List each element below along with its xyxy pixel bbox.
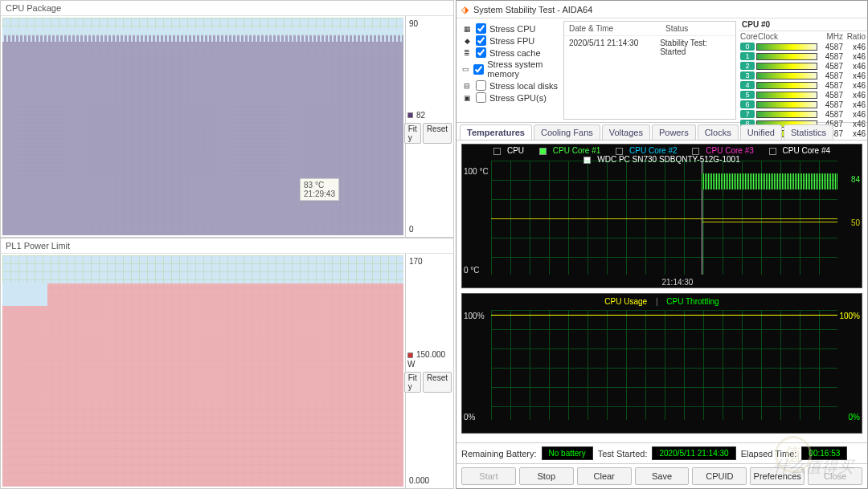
tab-voltages[interactable]: Voltages xyxy=(602,124,650,140)
stress-fpu[interactable]: ◆Stress FPU xyxy=(461,35,559,46)
tab-bar: TemperaturesCooling FansVoltagesPowersCl… xyxy=(457,123,867,141)
disk-icon: ⊟ xyxy=(461,82,473,90)
started-value: 2020/5/11 21:14:30 xyxy=(652,446,735,460)
stress-disks[interactable]: ⊟Stress local disks xyxy=(461,80,559,91)
cpu-core-row: 6 4587x46 xyxy=(739,100,867,109)
flame-icon: ⬗ xyxy=(461,4,469,15)
fpu-icon: ◆ xyxy=(461,37,473,45)
cpu-clock-table: CPU #0 CoreClockMHzRatio 0 4587x46 1 458… xyxy=(739,18,867,122)
cpu-core-row: 7 4587x46 xyxy=(739,109,867,119)
tab-cooling fans[interactable]: Cooling Fans xyxy=(534,124,600,140)
cpuid-button[interactable]: CPUID xyxy=(692,467,747,485)
event-log: Date & TimeStatus 2020/5/11 21:14:30Stab… xyxy=(563,21,736,120)
cpu-core-row: 2 4587x46 xyxy=(739,61,867,71)
cpu-icon: ▦ xyxy=(461,25,473,33)
window-title: System Stability Test - AIDA64 xyxy=(473,5,592,14)
stress-memory[interactable]: ▭Stress system memory xyxy=(461,59,559,79)
cpu-core-row: 0 4587x46 xyxy=(739,42,867,51)
y-max: 170 xyxy=(407,255,452,267)
pl1-graph xyxy=(2,255,403,487)
watermark-text: 什么值得买 xyxy=(773,456,854,478)
gpu-icon: ▣ xyxy=(461,94,473,102)
y-min: 0.000 xyxy=(407,475,452,487)
memory-icon: ▭ xyxy=(461,65,470,73)
tab-clocks[interactable]: Clocks xyxy=(698,124,739,140)
fit-y-button[interactable]: Fit y xyxy=(404,372,421,393)
cache-icon: ≣ xyxy=(461,49,473,57)
cpu-package-graph: 83 °C 21:29:43 xyxy=(2,18,403,235)
stop-button[interactable]: Stop xyxy=(519,467,574,485)
save-button[interactable]: Save xyxy=(635,467,690,485)
cpu-core-row: 5 4587x46 xyxy=(739,90,867,100)
y-max: 90 xyxy=(407,18,452,30)
temperature-chart: CPU CPU Core #1 CPU Core #2 CPU Core #3 … xyxy=(461,144,862,288)
stress-gpu[interactable]: ▣Stress GPU(s) xyxy=(461,92,559,103)
graph-tooltip: 83 °C 21:29:43 xyxy=(300,178,339,201)
stress-cpu[interactable]: ▦Stress CPU xyxy=(461,23,559,34)
clear-button[interactable]: Clear xyxy=(577,467,632,485)
tab-unified[interactable]: Unified xyxy=(740,124,782,140)
cpu-core-row: 3 4587x46 xyxy=(739,71,867,80)
tab-powers[interactable]: Powers xyxy=(652,124,696,140)
reset-button[interactable]: Reset xyxy=(423,372,452,393)
reset-button[interactable]: Reset xyxy=(423,123,452,144)
series-dot-icon xyxy=(407,112,413,118)
stress-cache[interactable]: ≣Stress cache xyxy=(461,47,559,58)
fit-y-button[interactable]: Fit y xyxy=(404,123,421,144)
stress-options: ▦Stress CPU ◆Stress FPU ≣Stress cache ▭S… xyxy=(457,18,561,122)
series-dot-icon xyxy=(407,352,413,358)
pl1-title: PL1 Power Limit xyxy=(1,238,453,254)
usage-chart: CPU Usage | CPU Throttling 100% 0% 100% … xyxy=(461,293,862,434)
cpu-core-row: 4 4587x46 xyxy=(739,80,867,90)
cpu-core-row: 1 4587x46 xyxy=(739,51,867,61)
battery-value: No battery xyxy=(542,446,593,460)
y-min: 0 xyxy=(407,223,452,235)
tab-statistics[interactable]: Statistics xyxy=(784,124,833,140)
tab-temperatures[interactable]: Temperatures xyxy=(460,124,532,140)
start-button[interactable]: Start xyxy=(461,467,516,485)
cpu-package-title: CPU Package xyxy=(1,1,453,16)
aida64-window: ⬗ System Stability Test - AIDA64 ▦Stress… xyxy=(456,0,868,489)
